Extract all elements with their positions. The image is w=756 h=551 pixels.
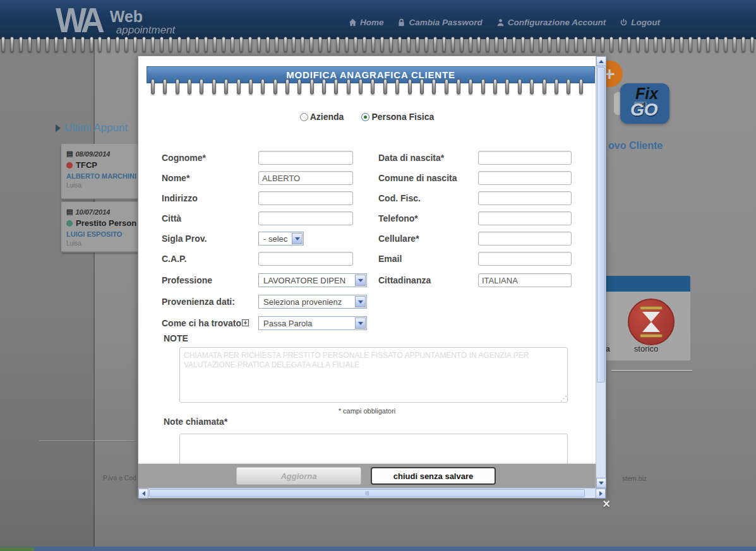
radio-azienda[interactable]: Azienda (300, 112, 344, 122)
input-cognome[interactable] (258, 151, 353, 165)
select-professione[interactable]: LAVORATORE DIPEN (258, 273, 367, 287)
bottom-green-strip (0, 547, 34, 551)
add-source-icon[interactable]: + (242, 319, 249, 326)
divider (39, 441, 135, 441)
appointment-type: Prestito Person (76, 218, 136, 228)
appointment-type: TFCP (76, 160, 97, 170)
nav-configurazione-account-label: Configurazione Account (508, 18, 606, 27)
appointment-card[interactable]: ▤ 10/07/2014 Prestito Person LUIGI ESPOS… (61, 202, 138, 252)
aggiorna-button[interactable]: Aggiorna (236, 467, 361, 485)
label-data-di-nascita: Data di nascita* (378, 153, 444, 163)
appointment-date: 08/09/2014 (75, 150, 110, 158)
fixgo-go-text: GO (630, 100, 658, 120)
calendar-icon: ▤ (66, 208, 73, 216)
scroll-left-button[interactable] (138, 489, 148, 499)
edit-client-modal: MODIFICA ANAGRAFICA CLIENTE Azienda Pers… (138, 56, 606, 499)
user-icon (496, 18, 505, 27)
footer-site-text: stem.biz (622, 475, 647, 482)
required-fields-note: * campi obbligatori (138, 407, 596, 415)
scroll-up-button[interactable] (596, 56, 606, 66)
modal-footer-bar: Aggiorna chiudi senza salvare (138, 464, 596, 488)
input-cittadinanza[interactable] (478, 273, 572, 287)
panel-header-bar (602, 276, 690, 292)
label-telefono: Telefono* (378, 213, 418, 223)
input-indirizzo[interactable] (258, 191, 353, 205)
label-citta: Città (162, 213, 181, 223)
input-telefono[interactable] (478, 211, 572, 225)
chiudi-senza-salvare-button[interactable]: chiudi senza salvare (371, 467, 496, 485)
input-email[interactable] (478, 252, 572, 266)
label-cod-fisc: Cod. Fisc. (378, 193, 421, 203)
appointment-card[interactable]: ▤ 08/09/2014 TFCP ALBERTO MARCHINI Luisa (61, 144, 138, 199)
nav-cambia-password[interactable]: Cambia Password (397, 18, 482, 27)
chevron-down-icon[interactable] (355, 296, 366, 307)
input-citta[interactable] (258, 211, 353, 225)
appointment-operator: Luisa (66, 240, 133, 247)
radio-unchecked-icon[interactable] (300, 113, 308, 121)
client-type-radios: Azienda Persona Fisica (138, 112, 596, 122)
label-email: Email (378, 254, 402, 264)
nav-cambia-password-label: Cambia Password (409, 18, 482, 27)
scroll-down-button[interactable] (596, 478, 606, 488)
modal-vertical-scrollbar[interactable] (596, 56, 606, 488)
select-come-ci-ha-trovato[interactable]: Passa Parola (258, 316, 367, 330)
storico-label: storico (602, 344, 690, 353)
divider (611, 370, 692, 371)
select-provenienza-dati[interactable]: Seleziona provenienz (258, 295, 367, 309)
logo-appointment-text: appointment (116, 24, 176, 36)
input-nome[interactable] (258, 171, 353, 185)
horizontal-scroll-thumb[interactable] (149, 489, 585, 497)
new-client-link[interactable]: ovo Cliente (608, 140, 663, 151)
status-dot-green (66, 220, 73, 227)
radio-persona-fisica-label: Persona Fisica (371, 112, 434, 122)
logo-wa-glyph: WA (56, 2, 101, 39)
page-left-margin (0, 39, 95, 547)
logo-web-text: Web (110, 8, 143, 25)
label-note: NOTE (164, 333, 188, 343)
chevron-down-icon[interactable] (355, 275, 366, 286)
label-cittadinanza: Cittadinanza (378, 275, 431, 285)
fix-and-go-logo: Fix and GO (620, 83, 669, 124)
radio-persona-fisica[interactable]: Persona Fisica (361, 112, 434, 122)
nav-home[interactable]: Home (349, 18, 384, 27)
modal-content: MODIFICA ANAGRAFICA CLIENTE Azienda Pers… (138, 56, 596, 488)
label-nome: Nome* (162, 173, 189, 183)
input-cod-fisc[interactable] (478, 191, 572, 205)
resize-grip-icon[interactable]: ⋰ (560, 394, 566, 403)
modal-close-icon[interactable]: × (599, 497, 613, 511)
nav-configurazione-account[interactable]: Configurazione Account (496, 18, 606, 27)
storico-hourglass-icon[interactable] (628, 299, 675, 345)
radio-checked-icon[interactable] (361, 113, 369, 121)
label-cognome: Cognome* (162, 153, 206, 163)
label-indirizzo: Indirizzo (162, 193, 198, 203)
partial-label: a (606, 345, 610, 353)
select-sigla-prov[interactable]: - selec (258, 232, 304, 246)
label-cap: C.A.P. (162, 254, 186, 264)
calendar-icon: ▤ (66, 150, 73, 158)
label-professione: Professione (162, 275, 212, 285)
nav-logout[interactable]: Logout (620, 18, 660, 27)
lock-icon (397, 18, 405, 27)
appointment-client: ALBERTO MARCHINI (66, 172, 133, 180)
app-logo: WA Web appointment (56, 3, 175, 38)
chevron-down-icon[interactable] (292, 233, 303, 244)
chevron-down-icon[interactable] (355, 317, 366, 329)
input-comune-di-nascita[interactable] (478, 171, 572, 185)
label-comune-di-nascita: Comune di nascita (378, 173, 457, 183)
input-cap[interactable] (258, 252, 353, 266)
label-cellulare: Cellulare* (378, 234, 419, 244)
nav-home-label: Home (360, 18, 384, 27)
home-icon (349, 18, 357, 27)
input-data-di-nascita[interactable] (478, 151, 572, 165)
spiral-binding-page (1, 37, 755, 53)
label-provenienza-dati: Provenienza dati: (162, 297, 235, 307)
nav-logout-label: Logout (631, 18, 660, 27)
label-sigla-prov: Sigla Prov. (162, 234, 207, 244)
vertical-scroll-thumb[interactable] (597, 67, 605, 382)
input-cellulare[interactable] (478, 232, 572, 246)
bottom-border-strip (0, 547, 756, 551)
note-textarea[interactable]: CHIAMATA PER RICHIESTA PRESTITO PERSONAL… (179, 347, 568, 403)
modal-horizontal-scrollbar[interactable] (138, 488, 606, 498)
power-icon (620, 18, 628, 27)
footer-vat-text: P.iva e Cod (103, 474, 136, 482)
